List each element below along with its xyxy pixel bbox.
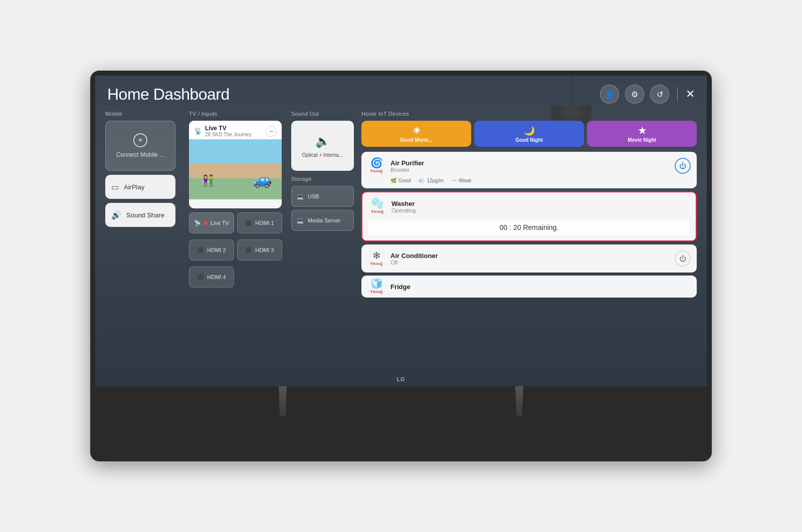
thinq-label-ac: ThinQ [370, 261, 383, 266]
ac-power-button[interactable]: ⏻ [675, 250, 691, 267]
live-tv-card[interactable]: 📡 Live TV 28 SKD The Journey − 🚙 👫 [189, 121, 282, 208]
stand-leg-right [515, 386, 523, 416]
iot-column: Home IoT Devices ☀ Good Morni... 🌙 Good … [353, 111, 697, 386]
thumb-car: 🚙 [253, 171, 272, 188]
dashboard-header: Home Dashboard 👤 ⚙ ↺ ✕ [95, 76, 707, 104]
air-quality-stat: 🌿 Good [390, 178, 411, 183]
live-tv-info-text: 28 SKD The Journey [205, 132, 252, 137]
fan-value: Weak [459, 178, 471, 183]
mobile-col-header: Mobile [105, 111, 183, 117]
sun-icon: ☀ [413, 125, 421, 136]
hdmi4-button[interactable]: ⬛ HDMI 4 [189, 267, 234, 288]
sound-share-button[interactable]: 🔊 Sound Share [105, 203, 175, 227]
good-night-scene-button[interactable]: 🌙 Good Night [474, 121, 584, 147]
air-purifier-power-button[interactable]: ⏻ [675, 158, 691, 174]
hdmi2-button[interactable]: ⬛ HDMI 2 [189, 239, 234, 260]
media-server-label: Media Server [308, 217, 340, 223]
close-icon: ✕ [686, 88, 695, 100]
hdmi4-icon: ⬛ [197, 274, 204, 281]
movie-night-label: Movie Night [628, 137, 656, 143]
tv-inputs-column: TV / Inputs 📡 Live TV 28 SKD The Journey… [183, 111, 283, 386]
hdmi3-label: HDMI 3 [255, 247, 274, 253]
particle-stat: 💨 12μg/m [419, 178, 444, 183]
hdmi1-button[interactable]: ⬛ HDMI 1 [237, 212, 282, 233]
air-purifier-row: 🌀 ThinQ Air Purifier Booster ⏻ [367, 157, 691, 175]
washer-icon: 🫧 [371, 197, 384, 209]
airplay-label: AirPlay [124, 183, 144, 191]
air-purifier-info: 🌀 ThinQ Air Purifier Booster [367, 157, 424, 175]
connect-mobile-button[interactable]: + Connect Mobile ... [105, 121, 175, 171]
washer-status: Operating [391, 207, 416, 213]
sound-out-column: Sound Out 🔈 Optical + Interna... Storage… [283, 111, 353, 386]
refresh-icon: ↺ [657, 90, 663, 99]
thinq-label-purifier: ThinQ [370, 169, 383, 173]
air-purifier-name: Air Purifier [390, 159, 424, 167]
refresh-button[interactable]: ↺ [650, 85, 669, 104]
input-row-1: 📡 Live TV ⬛ HDMI 1 [189, 212, 283, 236]
ac-name: Air Conditioner [390, 252, 438, 259]
air-conditioner-row: ❄ ThinQ Air Conditioner Off ⏻ [367, 249, 691, 268]
washer-row: 🫧 ThinQ Washer Operating [368, 197, 690, 215]
input-row-2: ⬛ HDMI 2 ⬛ HDMI 3 [189, 239, 283, 263]
close-button[interactable]: ✕ [686, 88, 695, 101]
mobile-column: Mobile + Connect Mobile ... ▭ AirPlay 🔊 … [105, 111, 183, 386]
fridge-info: 🧊 ThinQ Fridge [367, 278, 411, 296]
usb-button[interactable]: 💻 USB [291, 186, 354, 207]
washer-card[interactable]: 🫧 ThinQ Washer Operating 00 : 20 Remaini… [361, 191, 697, 241]
fridge-name: Fridge [390, 283, 411, 291]
profile-button[interactable]: 👤 [600, 85, 619, 104]
air-purifier-icon: 🌀 [370, 157, 383, 169]
live-tv-info: 📡 Live TV 28 SKD The Journey [194, 125, 252, 137]
thumb-scene: 🚙 👫 [189, 139, 282, 199]
sound-out-card[interactable]: 🔈 Optical + Interna... [291, 121, 354, 171]
antenna-icon: 📡 [194, 127, 202, 135]
tv-thumbnail: 🚙 👫 [189, 139, 282, 199]
settings-icon: ⚙ [631, 90, 638, 99]
air-conditioner-card[interactable]: ❄ ThinQ Air Conditioner Off ⏻ [361, 244, 697, 273]
live-tv-input-button[interactable]: 📡 Live TV [189, 212, 234, 233]
fridge-icon-wrap: 🧊 ThinQ [367, 278, 385, 296]
air-quality-value: Good [398, 178, 411, 183]
good-night-label: Good Night [515, 137, 542, 143]
lg-logo: LG [396, 376, 405, 382]
input-row-3: ⬛ HDMI 4 [189, 267, 283, 291]
live-tv-input-label: Live TV [211, 220, 229, 226]
tv-inputs-col-header: TV / Inputs [189, 111, 283, 117]
header-controls: 👤 ⚙ ↺ ✕ [600, 85, 695, 104]
air-purifier-card[interactable]: 🌀 ThinQ Air Purifier Booster ⏻ � [361, 152, 697, 188]
tv-shell: Home Dashboard 👤 ⚙ ↺ ✕ Mo [90, 71, 712, 461]
thinq-label-washer: ThinQ [371, 209, 384, 214]
media-server-icon: 💻 [297, 217, 304, 224]
movie-night-scene-button[interactable]: ★ Movie Night [587, 121, 697, 147]
live-tv-card-header: 📡 Live TV 28 SKD The Journey − [189, 121, 282, 139]
hdmi4-label: HDMI 4 [207, 274, 226, 280]
washer-remaining-time: 00 : 20 Remaining. [368, 219, 690, 235]
main-content: Mobile + Connect Mobile ... ▭ AirPlay 🔊 … [95, 111, 707, 386]
good-morning-scene-button[interactable]: ☀ Good Morni... [361, 121, 471, 147]
page-title: Home Dashboard [107, 85, 230, 104]
ac-icon: ❄ [372, 249, 381, 261]
ac-status: Off [390, 259, 438, 265]
media-server-button[interactable]: 💻 Media Server [291, 210, 354, 231]
thinq-label-fridge: ThinQ [370, 290, 383, 294]
hdmi3-icon: ⬛ [245, 247, 252, 253]
settings-button[interactable]: ⚙ [625, 85, 644, 104]
iot-col-header: Home IoT Devices [361, 111, 697, 117]
stand-leg-left [279, 386, 287, 416]
fan-stat: 〰 Weak [452, 178, 471, 183]
live-tv-remove-button[interactable]: − [266, 126, 277, 137]
hdmi1-label: HDMI 1 [255, 220, 274, 226]
header-divider [677, 87, 678, 101]
sound-col-header: Sound Out [291, 111, 353, 117]
speaker-icon: 🔈 [315, 134, 330, 148]
usb-label: USB [308, 193, 319, 199]
fridge-card[interactable]: 🧊 ThinQ Fridge [361, 276, 697, 298]
airplay-button[interactable]: ▭ AirPlay [105, 175, 175, 199]
moon-icon: 🌙 [524, 125, 535, 136]
storage-section: Storage 💻 USB 💻 Media Server [291, 176, 353, 231]
airplay-icon: ▭ [111, 182, 119, 192]
hdmi3-button[interactable]: ⬛ HDMI 3 [237, 239, 282, 260]
tv-stand [279, 386, 523, 416]
good-morning-label: Good Morni... [400, 137, 432, 143]
washer-icon-wrap: 🫧 ThinQ [368, 197, 386, 215]
